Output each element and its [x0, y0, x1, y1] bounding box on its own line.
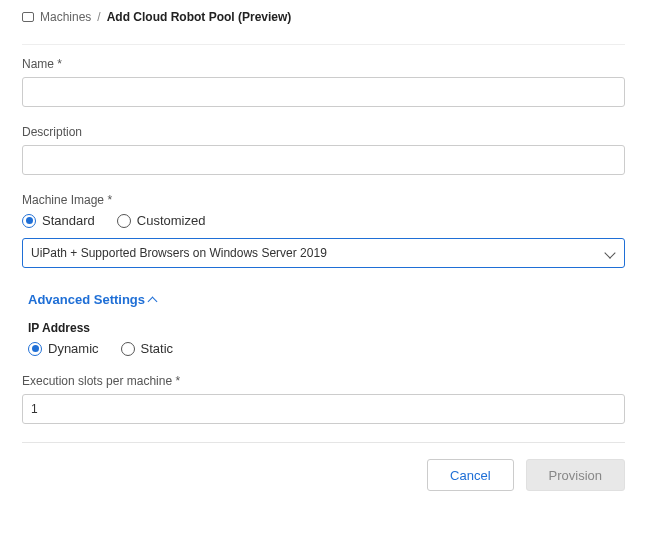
radio-standard-label: Standard	[42, 213, 95, 228]
name-input[interactable]	[22, 77, 625, 107]
radio-icon	[28, 342, 42, 356]
radio-static[interactable]: Static	[121, 341, 174, 356]
radio-dynamic[interactable]: Dynamic	[28, 341, 99, 356]
machine-image-select-value: UiPath + Supported Browsers on Windows S…	[31, 246, 327, 260]
radio-icon	[22, 214, 36, 228]
ip-address-group: IP Address Dynamic Static	[22, 321, 625, 356]
footer: Cancel Provision	[22, 442, 625, 491]
machine-image-group: Machine Image * Standard Customized UiPa…	[22, 193, 625, 268]
cancel-button[interactable]: Cancel	[427, 459, 513, 491]
ip-address-label: IP Address	[28, 321, 625, 335]
name-label: Name *	[22, 57, 625, 71]
radio-standard[interactable]: Standard	[22, 213, 95, 228]
divider	[22, 44, 625, 45]
radio-static-label: Static	[141, 341, 174, 356]
description-group: Description	[22, 125, 625, 175]
ip-address-radio-row: Dynamic Static	[28, 341, 625, 356]
provision-button[interactable]: Provision	[526, 459, 625, 491]
description-input[interactable]	[22, 145, 625, 175]
description-label: Description	[22, 125, 625, 139]
chevron-down-icon	[604, 247, 615, 258]
breadcrumb: Machines / Add Cloud Robot Pool (Preview…	[22, 10, 625, 24]
radio-icon	[121, 342, 135, 356]
chevron-up-icon	[148, 297, 158, 307]
breadcrumb-current: Add Cloud Robot Pool (Preview)	[107, 10, 292, 24]
execution-slots-input[interactable]	[22, 394, 625, 424]
monitor-icon	[22, 12, 34, 22]
radio-icon	[117, 214, 131, 228]
machine-image-select[interactable]: UiPath + Supported Browsers on Windows S…	[22, 238, 625, 268]
execution-slots-group: Execution slots per machine *	[22, 374, 625, 424]
name-group: Name *	[22, 57, 625, 107]
radio-dynamic-label: Dynamic	[48, 341, 99, 356]
advanced-settings-toggle[interactable]: Advanced Settings	[28, 292, 156, 307]
radio-customized[interactable]: Customized	[117, 213, 206, 228]
radio-customized-label: Customized	[137, 213, 206, 228]
execution-slots-label: Execution slots per machine *	[22, 374, 625, 388]
breadcrumb-root[interactable]: Machines	[40, 10, 91, 24]
breadcrumb-separator: /	[97, 10, 100, 24]
advanced-settings-label: Advanced Settings	[28, 292, 145, 307]
machine-image-radio-row: Standard Customized	[22, 213, 625, 228]
machine-image-label: Machine Image *	[22, 193, 625, 207]
